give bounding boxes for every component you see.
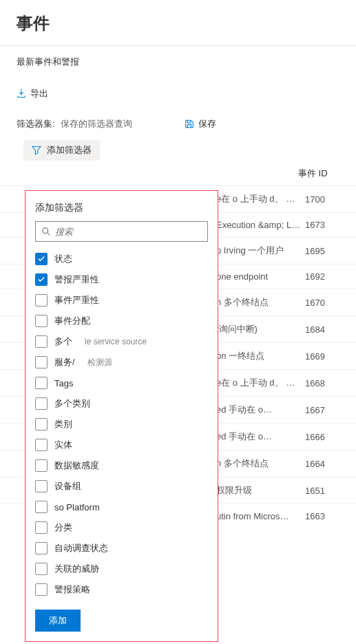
row-id: 1670 bbox=[305, 298, 339, 308]
row-id: 1666 bbox=[305, 432, 339, 442]
checkbox[interactable] bbox=[35, 294, 48, 307]
filter-item-label: 警报严重性 bbox=[54, 273, 99, 286]
checkbox[interactable] bbox=[35, 563, 48, 575]
toolbar: 导出 bbox=[0, 87, 356, 118]
checkbox[interactable] bbox=[35, 273, 48, 286]
filter-set-row: 筛选器集: 保存的筛选器查询 保存 bbox=[0, 118, 356, 140]
checkbox[interactable] bbox=[35, 397, 48, 410]
filter-item[interactable]: 警报策略 bbox=[35, 579, 208, 600]
checkbox[interactable] bbox=[35, 439, 48, 451]
checkbox[interactable] bbox=[35, 501, 48, 513]
filter-item-label: 实体 bbox=[54, 439, 72, 451]
filter-item[interactable]: 事件严重性 bbox=[35, 290, 208, 311]
column-header-id[interactable]: 事件 ID bbox=[298, 167, 339, 180]
filter-query-label: 保存的筛选器查询 bbox=[61, 118, 132, 130]
filter-item[interactable]: 警报严重性 bbox=[35, 269, 208, 290]
page-title: 事件 bbox=[0, 0, 356, 45]
checkbox[interactable] bbox=[35, 459, 48, 472]
filter-item[interactable]: 服务/检测源 bbox=[35, 352, 208, 373]
filter-item[interactable]: 多个类别 bbox=[35, 393, 208, 414]
checkbox[interactable] bbox=[35, 583, 48, 596]
filter-panel-title: 添加筛选器 bbox=[25, 199, 218, 221]
checkbox[interactable] bbox=[35, 356, 48, 368]
filter-item-label: 服务/ bbox=[54, 356, 75, 368]
filter-item-label: 设备组 bbox=[54, 480, 81, 492]
filter-item[interactable]: 数据敏感度 bbox=[35, 455, 208, 476]
filter-item-label: 警报策略 bbox=[54, 583, 90, 596]
checkbox[interactable] bbox=[35, 253, 48, 265]
filter-item-label: 多个类别 bbox=[54, 397, 90, 410]
row-id: 1651 bbox=[305, 486, 339, 496]
checkbox[interactable] bbox=[35, 480, 48, 492]
row-id: 1667 bbox=[305, 405, 339, 415]
row-id: 1664 bbox=[305, 459, 339, 469]
filter-item-label: 数据敏感度 bbox=[54, 459, 99, 472]
divider bbox=[0, 45, 356, 46]
filter-item-sublabel: le service source bbox=[85, 337, 147, 346]
row-id: 1684 bbox=[305, 324, 339, 335]
filter-item-label: 多个 bbox=[54, 335, 72, 348]
row-id: 1663 bbox=[305, 511, 339, 521]
filter-item-label: Tags bbox=[54, 378, 73, 388]
subheader: 最新事件和警报 bbox=[0, 56, 356, 87]
checkbox[interactable] bbox=[35, 335, 48, 348]
filter-item[interactable]: so Platform bbox=[35, 497, 208, 517]
filter-item[interactable]: 事件分配 bbox=[35, 311, 208, 331]
save-icon bbox=[185, 119, 194, 129]
save-label: 保存 bbox=[198, 118, 216, 130]
filter-item-label: 自动调查状态 bbox=[54, 542, 108, 554]
checkbox[interactable] bbox=[35, 418, 48, 430]
add-button[interactable]: 添加 bbox=[35, 610, 81, 632]
filter-item[interactable]: 设备组 bbox=[35, 476, 208, 497]
export-icon bbox=[17, 89, 26, 98]
row-id: 1668 bbox=[305, 378, 339, 388]
filter-item-sublabel: 检测源 bbox=[87, 357, 112, 368]
checkbox[interactable] bbox=[35, 521, 48, 534]
filter-set-label: 筛选器集: bbox=[17, 118, 55, 130]
filter-item[interactable]: 分类 bbox=[35, 517, 208, 538]
filter-icon bbox=[32, 145, 41, 155]
filter-item-label: 状态 bbox=[54, 253, 72, 265]
add-filter-chip[interactable]: 添加筛选器 bbox=[23, 140, 100, 160]
table-header: 事件 ID bbox=[0, 165, 356, 185]
filter-item[interactable]: 自动调查状态 bbox=[35, 538, 208, 559]
search-icon bbox=[41, 227, 51, 236]
filter-item[interactable]: 多个le service source bbox=[35, 331, 208, 352]
filter-item[interactable]: 实体 bbox=[35, 435, 208, 455]
search-input[interactable] bbox=[55, 227, 202, 237]
checkbox[interactable] bbox=[35, 542, 48, 554]
checkbox[interactable] bbox=[35, 377, 48, 389]
add-filter-label: 添加筛选器 bbox=[47, 144, 92, 156]
row-id: 1692 bbox=[305, 271, 339, 282]
export-button[interactable]: 导出 bbox=[30, 87, 48, 100]
filter-item-label: 关联的威胁 bbox=[54, 563, 99, 575]
search-box[interactable] bbox=[35, 221, 208, 242]
filter-list: 状态警报严重性事件严重性事件分配多个le service source服务/检测… bbox=[25, 249, 218, 600]
filter-item-label: 类别 bbox=[54, 418, 72, 430]
filter-item-label: 分类 bbox=[54, 521, 72, 534]
filter-item-label: 事件分配 bbox=[54, 315, 90, 327]
filter-item[interactable]: 类别 bbox=[35, 414, 208, 435]
filter-item[interactable]: Tags bbox=[35, 373, 208, 393]
save-button[interactable]: 保存 bbox=[185, 118, 216, 130]
filter-item-label: 事件严重性 bbox=[54, 294, 99, 307]
row-id: 1669 bbox=[305, 351, 339, 362]
filter-item[interactable]: 关联的威胁 bbox=[35, 559, 208, 579]
row-id: 1673 bbox=[305, 220, 339, 230]
row-id: 1700 bbox=[305, 194, 339, 205]
checkbox[interactable] bbox=[35, 315, 48, 327]
row-id: 1695 bbox=[305, 246, 339, 256]
filter-item[interactable]: 状态 bbox=[35, 249, 208, 269]
filter-panel: 添加筛选器 状态警报严重性事件严重性事件分配多个le service sourc… bbox=[25, 190, 218, 642]
filter-item-label: so Platform bbox=[54, 502, 100, 512]
